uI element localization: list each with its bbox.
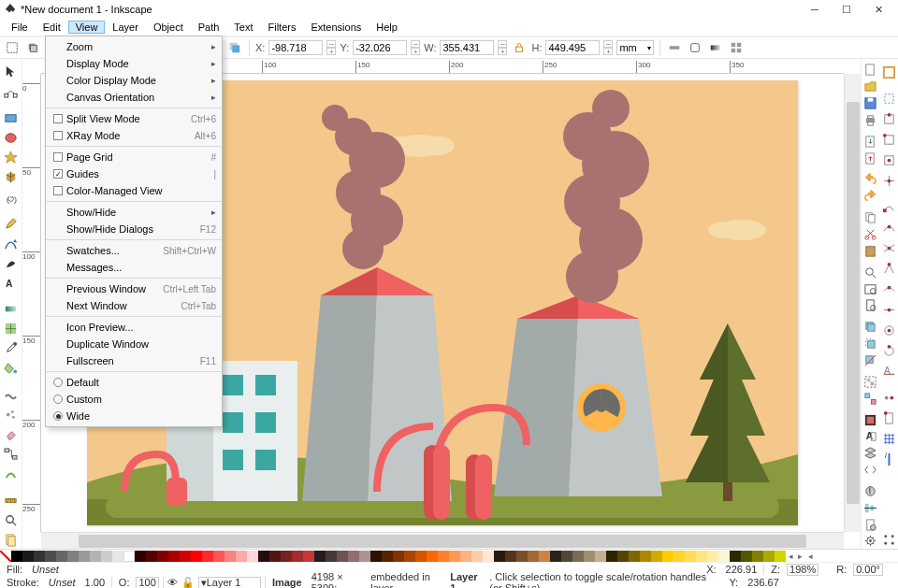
text-dialog-icon[interactable]: A (862, 429, 880, 444)
preferences-icon[interactable] (862, 534, 880, 549)
opacity-value[interactable]: 100 (136, 577, 158, 589)
menu-duplicate-window[interactable]: Duplicate Window (46, 336, 222, 352)
stroke-width[interactable]: 1.00 (82, 577, 108, 588)
y-input[interactable]: -32.026 (353, 40, 407, 55)
snap-others-icon[interactable] (879, 388, 898, 407)
menu-swatches[interactable]: Swatches...Shift+Ctrl+W (46, 242, 222, 259)
export-icon[interactable] (862, 151, 880, 165)
align-dialog-icon[interactable] (862, 500, 880, 515)
snap-cusp-icon[interactable] (879, 259, 898, 278)
menu-display-mode[interactable]: Display Mode▸ (46, 55, 222, 72)
snap-guide-icon[interactable]: / (879, 450, 898, 468)
snap-intersection-icon[interactable] (879, 238, 898, 257)
h-input[interactable]: 449.495 (545, 40, 600, 55)
snap-midpoint-icon[interactable] (879, 300, 898, 319)
w-spinner[interactable]: ─+ (498, 40, 507, 55)
tweak-tool-icon[interactable] (2, 386, 21, 404)
paste-icon[interactable] (862, 243, 880, 258)
x-input[interactable]: -98.718 (268, 40, 323, 55)
ruler-vertical[interactable]: 0 50 100 150 200 250 (22, 74, 41, 532)
menu-text[interactable]: Text (226, 21, 260, 34)
snap-text-baseline-icon[interactable]: A (879, 362, 898, 380)
ellipse-tool-icon[interactable] (2, 129, 21, 147)
palette-scroll-right[interactable]: ▸ (795, 552, 804, 561)
visibility-icon[interactable]: 👁 (167, 577, 178, 588)
snap-smooth-icon[interactable] (879, 280, 898, 298)
layers-dialog-icon[interactable] (862, 446, 880, 461)
undo-icon[interactable] (862, 172, 880, 187)
menu-fullscreen[interactable]: FullscreenF11 (46, 352, 222, 369)
x-spinner[interactable]: ─+ (326, 40, 336, 55)
select-all-icon[interactable] (4, 39, 21, 56)
clone-icon[interactable] (862, 337, 880, 351)
pencil-tool-icon[interactable] (2, 215, 21, 233)
menu-icon-preview[interactable]: Icon Preview... (46, 319, 222, 336)
menu-default[interactable]: Default (46, 374, 222, 391)
menu-wide[interactable]: Wide (46, 408, 222, 424)
snap-center-icon[interactable] (879, 321, 898, 339)
object-properties-icon[interactable]: i (862, 484, 880, 499)
pages-tool-icon[interactable] (2, 531, 21, 549)
open-icon[interactable] (862, 79, 880, 94)
import-icon[interactable] (862, 134, 880, 149)
spray-tool-icon[interactable] (2, 406, 21, 423)
snap-bbox-edge-icon[interactable] (879, 109, 898, 128)
xml-dialog-icon[interactable] (862, 463, 880, 478)
lock-aspect-icon[interactable] (511, 39, 528, 56)
snap-bbox-icon[interactable] (879, 89, 898, 108)
menu-edit[interactable]: Edit (36, 21, 68, 34)
menu-view[interactable]: View (68, 21, 106, 34)
menu-xray[interactable]: XRay ModeAlt+6 (46, 127, 222, 144)
menu-color-display-mode[interactable]: Color Display Mode▸ (46, 72, 222, 89)
lock-icon[interactable]: 🔓 (181, 577, 195, 589)
snap-bbox-corner-icon[interactable] (879, 130, 898, 149)
save-icon[interactable] (862, 96, 880, 111)
scrollbar-vertical[interactable] (844, 74, 861, 532)
maximize-button[interactable]: ☐ (831, 0, 862, 19)
menu-canvas-orientation[interactable]: Canvas Orientation▸ (46, 89, 222, 106)
select-layers-icon[interactable] (24, 39, 41, 56)
menu-show-hide-dialogs[interactable]: Show/Hide DialogsF12 (46, 221, 222, 237)
rectangle-tool-icon[interactable] (2, 109, 21, 127)
snap-nodes-icon[interactable] (879, 197, 898, 216)
rot-value[interactable]: 0.00° (853, 564, 883, 576)
menu-next-window[interactable]: Next WindowCtrl+Tab (46, 297, 222, 314)
document-properties-icon[interactable] (862, 517, 880, 532)
node-tool-icon[interactable] (2, 82, 21, 100)
selector-tool-icon[interactable] (2, 63, 21, 80)
lower-bottom-icon[interactable] (226, 39, 243, 56)
paintbucket-tool-icon[interactable] (2, 359, 21, 377)
menu-guides[interactable]: ✓Guides| (46, 165, 222, 182)
y-spinner[interactable]: ─+ (411, 40, 420, 55)
connector-tool-icon[interactable] (2, 445, 21, 463)
new-doc-icon[interactable] (862, 63, 880, 78)
cut-icon[interactable] (862, 227, 880, 242)
snap-path-icon[interactable] (879, 218, 898, 237)
menu-color-managed[interactable]: Color-Managed View (46, 182, 222, 199)
fill-value[interactable]: Unset (29, 564, 62, 575)
menu-filters[interactable]: Filters (261, 21, 304, 34)
units-combo[interactable]: mm▾ (616, 40, 654, 55)
star-tool-icon[interactable] (2, 149, 21, 166)
gradient-tool-icon[interactable] (2, 300, 21, 318)
minimize-button[interactable]: ─ (799, 0, 831, 19)
transform-pattern-icon[interactable] (728, 39, 745, 56)
swatch-none[interactable] (0, 551, 11, 562)
lpe-tool-icon[interactable] (2, 465, 21, 482)
spiral-tool-icon[interactable] (2, 188, 21, 206)
scrollbar-horizontal[interactable] (41, 532, 844, 549)
mesh-tool-icon[interactable] (2, 320, 21, 337)
snap-bbox-center-icon[interactable] (879, 171, 898, 190)
zoom-tool-icon[interactable] (2, 511, 21, 529)
snap-enable-icon[interactable] (879, 63, 898, 81)
menu-object[interactable]: Object (146, 21, 191, 34)
menu-file[interactable]: File (4, 21, 36, 34)
menu-show-hide[interactable]: Show/Hide▸ (46, 204, 222, 221)
menu-custom[interactable]: Custom (46, 391, 222, 408)
snap-rotation-icon[interactable] (879, 341, 898, 360)
redo-icon[interactable] (862, 189, 880, 204)
menu-extensions[interactable]: Extensions (303, 21, 369, 34)
layer-combo[interactable]: ▾ Layer 1 (198, 577, 261, 589)
stroke-value[interactable]: Unset (46, 577, 79, 588)
bezier-tool-icon[interactable] (2, 235, 21, 252)
